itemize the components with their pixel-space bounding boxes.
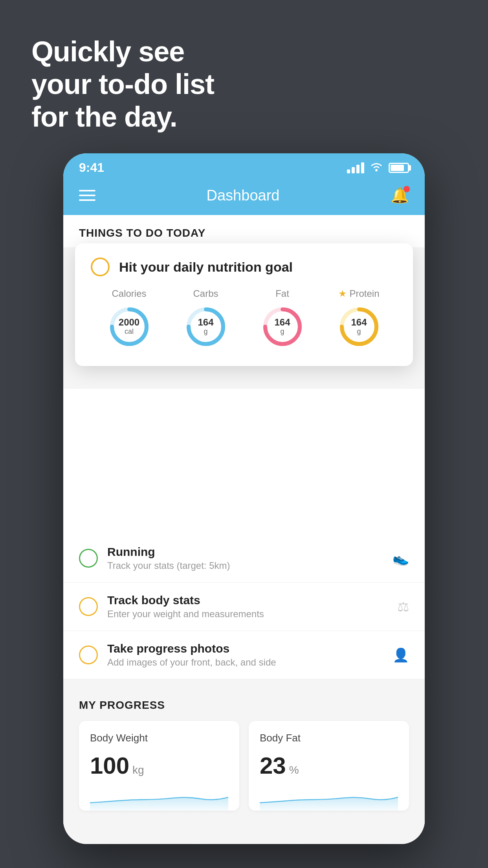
ring-protein: 164 g — [336, 303, 383, 350]
todo-circle-2 — [79, 645, 98, 664]
battery-icon — [389, 163, 409, 173]
todo-action-icon-1: ⚖ — [397, 599, 409, 614]
ring-carbs: 164 g — [182, 303, 229, 350]
todo-circle-0 — [79, 549, 98, 568]
nutrition-item-fat: Fat 164 g — [259, 288, 306, 350]
todo-item-2[interactable]: Take progress photosAdd images of your f… — [63, 631, 425, 679]
ring-unit-protein: g — [351, 328, 367, 336]
ring-value-calories: 2000 — [119, 317, 139, 327]
nutrition-card: Hit your daily nutrition goal Calories 2… — [75, 243, 413, 366]
todo-action-icon-2: 👤 — [393, 647, 409, 663]
todo-action-icon-0: 👟 — [393, 550, 409, 566]
menu-icon[interactable] — [79, 190, 95, 201]
svg-point-0 — [375, 169, 378, 171]
signal-bars-icon — [347, 162, 364, 173]
mini-chart-0 — [90, 787, 228, 811]
todo-title-0: Running — [107, 545, 383, 559]
progress-card-1[interactable]: Body Fat23% — [249, 721, 409, 811]
app-content: THINGS TO DO TODAY Hit your daily nutrit… — [63, 215, 425, 844]
ring-value-protein: 164 — [351, 317, 367, 327]
ring-unit-fat: g — [274, 328, 290, 336]
todo-item-1[interactable]: Track body statsEnter your weight and me… — [63, 583, 425, 631]
nutrition-label-protein: Protein — [349, 288, 379, 299]
status-icons — [347, 161, 409, 174]
notification-badge — [404, 186, 410, 192]
star-icon: ★ — [338, 288, 347, 299]
nutrition-item-calories: Calories 2000 cal — [106, 288, 153, 350]
progress-card-0[interactable]: Body Weight100kg — [79, 721, 239, 811]
nutrition-card-header: Hit your daily nutrition goal — [91, 257, 397, 276]
todo-circle-1 — [79, 597, 98, 616]
ring-value-fat: 164 — [274, 317, 290, 327]
progress-section-title: MY PROGRESS — [79, 699, 409, 712]
progress-value-0: 100 — [90, 752, 129, 779]
app-header: Dashboard 🔔 — [63, 179, 425, 215]
section-today-title: THINGS TO DO TODAY — [79, 227, 205, 239]
section-today-header: THINGS TO DO TODAY — [63, 215, 425, 247]
todo-subtitle-2: Add images of your front, back, and side — [107, 657, 383, 668]
nutrition-check-circle[interactable] — [91, 257, 110, 276]
status-bar: 9:41 — [63, 153, 425, 179]
phone-mockup: 9:41 — [63, 153, 425, 844]
nutrition-card-title: Hit your daily nutrition goal — [119, 259, 293, 275]
nutrition-grid: Calories 2000 calCarbs 164 gFat 164 g★Pr… — [91, 288, 397, 350]
nutrition-item-protein: ★Protein 164 g — [336, 288, 383, 350]
mini-chart-1 — [260, 787, 398, 811]
ring-calories: 2000 cal — [106, 303, 153, 350]
todo-subtitle-1: Enter your weight and measurements — [107, 609, 388, 620]
progress-card-label-0: Body Weight — [90, 732, 228, 744]
todo-list: RunningTrack your stats (target: 5km)👟Tr… — [63, 389, 425, 679]
hero-line2: your to-do list — [31, 68, 214, 101]
ring-unit-carbs: g — [198, 328, 213, 336]
ring-unit-calories: cal — [119, 328, 139, 336]
progress-unit-1: % — [289, 764, 299, 776]
nutrition-label-carbs: Carbs — [193, 288, 218, 299]
nutrition-item-carbs: Carbs 164 g — [182, 288, 229, 350]
hero-text-block: Quickly see your to-do list for the day. — [31, 35, 214, 133]
todo-subtitle-0: Track your stats (target: 5km) — [107, 560, 383, 571]
ring-fat: 164 g — [259, 303, 306, 350]
ring-value-carbs: 164 — [198, 317, 213, 327]
hero-line1: Quickly see — [31, 35, 214, 68]
progress-value-1: 23 — [260, 752, 286, 779]
background: Quickly see your to-do list for the day.… — [0, 0, 488, 868]
progress-unit-0: kg — [132, 764, 144, 776]
todo-item-0[interactable]: RunningTrack your stats (target: 5km)👟 — [63, 534, 425, 583]
status-time: 9:41 — [79, 160, 104, 175]
todo-title-1: Track body stats — [107, 594, 388, 607]
todo-title-2: Take progress photos — [107, 642, 383, 655]
wifi-icon — [370, 161, 383, 174]
nutrition-label-calories: Calories — [112, 288, 146, 299]
progress-section: MY PROGRESS Body Weight100kg Body Fat23% — [63, 679, 425, 826]
nutrition-label-fat: Fat — [275, 288, 289, 299]
progress-card-label-1: Body Fat — [260, 732, 398, 744]
header-title: Dashboard — [207, 187, 280, 204]
notifications-button[interactable]: 🔔 — [391, 187, 409, 204]
progress-cards: Body Weight100kg Body Fat23% — [79, 721, 409, 811]
hero-line3: for the day. — [31, 101, 214, 133]
